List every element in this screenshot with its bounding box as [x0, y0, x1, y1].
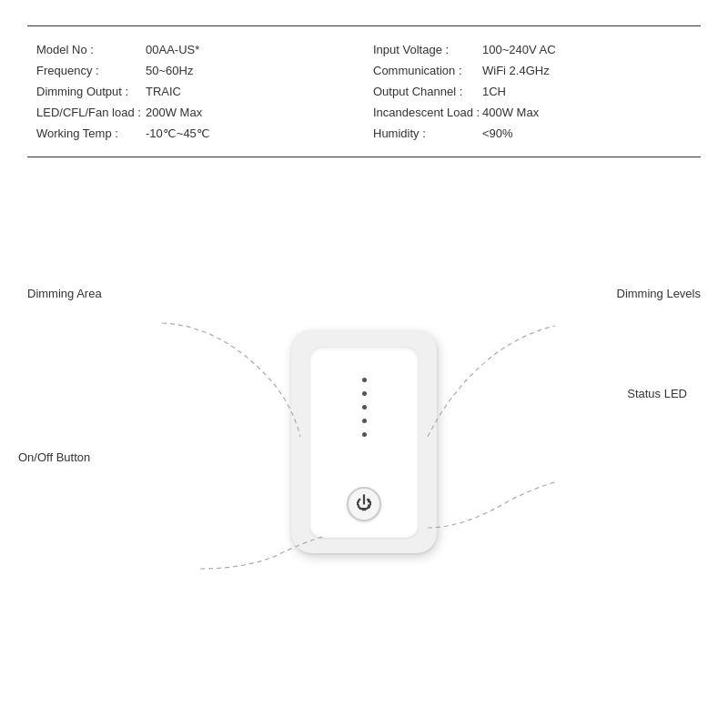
spec-value: -10℃~45℃ — [146, 126, 210, 140]
spec-label: Model No : — [36, 43, 146, 56]
spec-row: Dimming Output :TRAIC — [36, 85, 355, 98]
spec-value: 1CH — [482, 85, 506, 98]
power-button[interactable]: ⏻ — [347, 486, 381, 521]
dimming-dot — [362, 377, 367, 381]
spec-label: Input Voltage : — [373, 43, 482, 56]
specs-left-col: Model No :00AA-US*Frequency :50~60HzDimm… — [27, 43, 364, 140]
specs-right-col: Input Voltage :100~240V ACCommunication … — [364, 43, 701, 140]
spec-row: Output Channel :1CH — [373, 85, 692, 98]
spec-row: Communication :WiFi 2.4GHz — [373, 64, 692, 77]
spec-label: LED/CFL/Fan load : — [36, 106, 146, 119]
spec-row: Humidity :<90% — [373, 126, 692, 140]
spec-label: Communication : — [373, 64, 482, 77]
spec-value: 00AA-US* — [146, 43, 199, 56]
dimming-dot — [362, 390, 367, 395]
device-face: ⏻ — [309, 346, 419, 537]
spec-label: Dimming Output : — [36, 85, 146, 98]
spec-row: Working Temp :-10℃~45℃ — [36, 126, 355, 140]
spec-row: Incandescent Load :400W Max — [373, 106, 692, 119]
spec-label: Incandescent Load : — [373, 106, 482, 119]
spec-row: Input Voltage :100~240V AC — [373, 43, 692, 56]
dimming-area-label: Dimming Area — [27, 287, 102, 300]
spec-value: 100~240V AC — [482, 43, 556, 56]
spec-value: WiFi 2.4GHz — [482, 64, 550, 77]
status-led-label: Status LED — [627, 387, 687, 400]
onoff-button-label: On/Off Button — [18, 450, 90, 464]
spec-row: LED/CFL/Fan load :200W Max — [36, 106, 355, 119]
spec-label: Frequency : — [36, 64, 146, 77]
spec-value: 200W Max — [146, 106, 202, 119]
spec-row: Frequency :50~60Hz — [36, 64, 355, 77]
dimming-dot — [362, 418, 367, 422]
spec-label: Output Channel : — [373, 85, 482, 98]
spec-row: Model No :00AA-US* — [36, 43, 355, 56]
dimming-levels-label: Dimming Levels — [617, 287, 701, 300]
dimming-dot — [362, 404, 367, 409]
dimming-dot — [362, 431, 367, 436]
device-plate: ⏻ — [291, 330, 437, 553]
spec-value: TRAIC — [146, 85, 181, 98]
spec-label: Humidity : — [373, 126, 482, 140]
specs-section: Model No :00AA-US*Frequency :50~60HzDimm… — [27, 25, 701, 157]
dimming-dots — [362, 377, 367, 436]
spec-value: 50~60Hz — [146, 64, 193, 77]
spec-value: <90% — [482, 126, 513, 140]
diagram-area: ⏻ Dimming Area Dimming Levels Status LED… — [0, 191, 728, 728]
spec-value: 400W Max — [482, 106, 539, 119]
spec-label: Working Temp : — [36, 126, 146, 140]
